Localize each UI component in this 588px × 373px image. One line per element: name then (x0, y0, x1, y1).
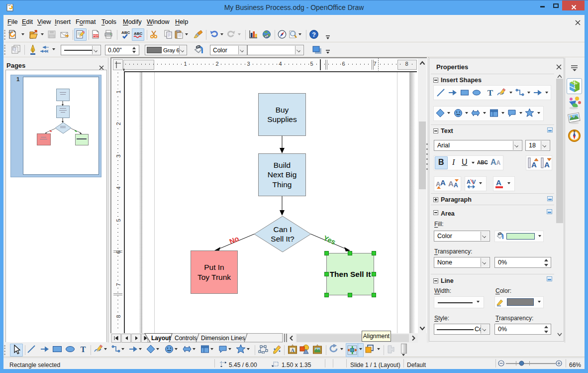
svg-text:ABC: ABC (121, 30, 130, 35)
svg-text:T: T (488, 88, 493, 97)
svg-text:T: T (81, 345, 86, 354)
svg-text:A: A (531, 160, 537, 169)
svg-text:V: V (472, 179, 476, 185)
svg-text:?: ? (312, 31, 316, 38)
svg-text:A: A (291, 348, 294, 353)
svg-text:ABC: ABC (134, 31, 143, 36)
svg-text:A: A (467, 179, 471, 185)
svg-text:A: A (440, 178, 446, 187)
svg-text:A: A (454, 182, 458, 189)
svg-text:N: N (574, 130, 576, 133)
svg-text:A: A (544, 160, 550, 169)
svg-text:PDF: PDF (93, 34, 99, 37)
svg-text:A: A (448, 179, 454, 188)
